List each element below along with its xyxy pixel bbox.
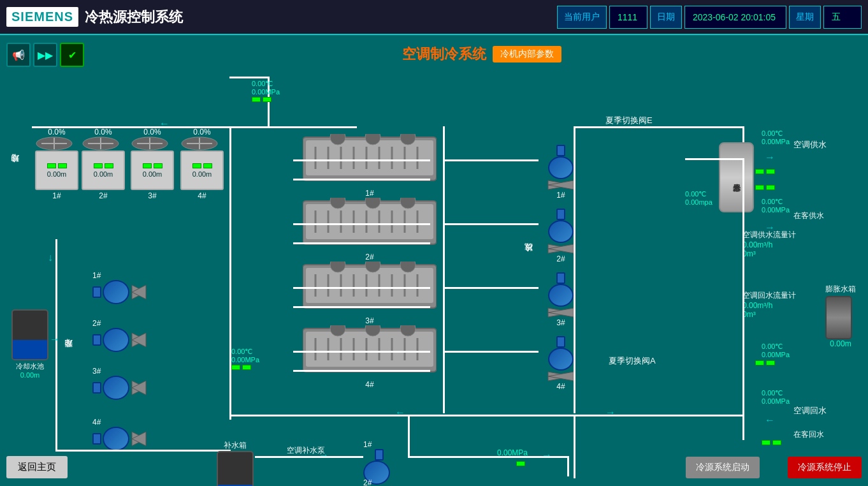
- expansion-tank-section: 膨胀水箱 0.00m: [825, 284, 856, 348]
- sep-led2: [766, 169, 775, 174]
- cooling-tower-3: 0.0% 0.00m 3#: [131, 128, 174, 200]
- right-supply-temp: 0.00℃: [762, 198, 790, 206]
- check-btn[interactable]: ✔: [60, 43, 84, 67]
- bottom-return-leds: [762, 440, 781, 445]
- chiller-2-svg: [303, 198, 437, 247]
- tower-4-id: 4#: [180, 191, 224, 200]
- pipe-chiller1-top-h: [293, 159, 430, 161]
- right-top-temp: 0.00℃: [762, 129, 790, 138]
- svg-rect-55: [306, 332, 433, 367]
- right-bottom-sensor1: 0.00℃ 0.00MPa: [762, 342, 790, 358]
- pipe-bottom-left-h: [55, 450, 231, 452]
- main-content: 📢 ▶▶ ✔ 空调制冷系统 冷机内部参数 0.0% 0.00m 1# 0.0%: [0, 35, 868, 486]
- tower-1-fan-icon: [35, 136, 73, 151]
- tower-1-body: 0.00m: [35, 151, 78, 190]
- tower-1-led1: [47, 163, 56, 168]
- pipe-right-main-v: [574, 126, 575, 413]
- return-button[interactable]: 返回主页: [6, 456, 68, 478]
- return-aux-label: 在客回水: [793, 429, 824, 440]
- cpump-1-label: 1#: [92, 271, 147, 280]
- pool-arrow-right: →: [50, 334, 60, 345]
- pump-2-valve-icon: [545, 243, 577, 254]
- tower-4-percent: 0.0%: [180, 128, 224, 136]
- cpump-3-valve: [131, 379, 147, 396]
- right-top-sensor: 0.00℃ 0.00MPa: [762, 129, 790, 145]
- pool-label: 冷却水池: [11, 362, 48, 371]
- pipe-sep-top-h: [685, 158, 742, 160]
- pipe-chiller3-top-h: [293, 287, 430, 289]
- pipe-to-pump3-h: [443, 287, 539, 289]
- tower-2-led1: [94, 163, 103, 168]
- cooling-tower-1: 0.0% 0.00m 1#: [35, 128, 78, 200]
- pipe-makeup-v1: [408, 415, 410, 456]
- pipe-summer-e-h: [574, 126, 685, 128]
- tower-4-led1: [192, 163, 201, 168]
- tower-1-led2: [58, 163, 67, 168]
- pipe-chiller1-bot-h: [293, 179, 430, 180]
- top-sensor-pressure: 0.00MPa: [252, 88, 280, 96]
- pipe-makeup-h: [255, 456, 363, 458]
- pipe-chiller2-bot-h: [293, 242, 430, 244]
- pipe-makeup-v2: [567, 456, 569, 476]
- return-flow-section: 空调回水流量计 0.00m³/h 0m³: [742, 290, 796, 319]
- br-led2: [766, 360, 775, 365]
- pump-3-valve-icon: [545, 307, 577, 318]
- tower-4-body: 0.00m: [180, 151, 224, 190]
- pipe-right-chiller-v: [443, 126, 445, 413]
- cpump-3-label: 3#: [92, 367, 147, 376]
- pipe-h-to-chiller1: [229, 126, 357, 128]
- cooling-tower-4: 0.0% 0.00m 4#: [180, 128, 224, 200]
- chiller-2-id: 2#: [365, 253, 373, 261]
- pump-3-label: 3#: [545, 318, 577, 327]
- stop-button[interactable]: 冷源系统停止: [788, 457, 862, 478]
- chiller-1-id: 1#: [365, 189, 373, 198]
- tower-4-level: 0.00m: [192, 170, 212, 178]
- current-user-label: 当前用户: [557, 6, 607, 29]
- pipe-to-pump1-h: [443, 159, 539, 161]
- mid-right-temp: 0.00℃: [685, 190, 712, 198]
- tower-2-percent: 0.0%: [82, 128, 125, 136]
- mkpump-2-label: 2#: [363, 478, 395, 486]
- pump-2-label: 2#: [545, 254, 577, 263]
- supply-led1: [755, 185, 764, 190]
- return-flow-total: 0m³: [742, 310, 796, 319]
- pipe-to-pump2-h: [443, 223, 539, 225]
- rb-sensor1-pressure: 0.00MPa: [762, 351, 790, 358]
- speaker-btn[interactable]: 📢: [6, 43, 31, 67]
- top-sensor-display: 0.00℃ 0.00MPa: [252, 80, 280, 102]
- mid-sensor-pressure: 0.00MPa: [231, 356, 259, 364]
- tower-2-level: 0.00m: [94, 170, 113, 178]
- br-led1: [755, 360, 764, 365]
- cpump-4-valve: [131, 431, 147, 447]
- mid-sensor-led2: [242, 365, 251, 370]
- bot-arrow-right2: →: [605, 407, 616, 418]
- summer-valve-a-label: 夏季切换阀A: [609, 355, 656, 367]
- svg-rect-13: [306, 140, 433, 175]
- makeup-led: [516, 461, 525, 466]
- supply-flow-label: 空调供水流量计: [742, 230, 796, 240]
- tower-3-led1: [143, 163, 152, 168]
- tower-2-fan-icon: [82, 136, 120, 151]
- tower-3-id: 3#: [131, 191, 174, 200]
- cpump-1-valve: [131, 284, 147, 300]
- start-button[interactable]: 冷源系统启动: [686, 457, 760, 478]
- svg-rect-41: [306, 268, 433, 303]
- tower-2-body: 0.00m: [82, 151, 125, 190]
- cooling-pump-3: 3#: [92, 367, 147, 400]
- summer-valve-e-label: 夏季切换阀E: [605, 115, 653, 126]
- pipe-bottom-return-h: [229, 415, 739, 416]
- tower-1-id: 1#: [35, 191, 78, 200]
- pipe-far-right-v: [742, 158, 744, 439]
- date-value: 2023-06-02 20:01:05: [684, 6, 786, 29]
- chiller-params-btn[interactable]: 冷机内部参数: [493, 46, 561, 63]
- play-btn[interactable]: ▶▶: [33, 43, 57, 67]
- pipe-to-pump4-h: [443, 351, 539, 353]
- system-title: 冷热源控制系统: [85, 8, 551, 27]
- cpump-2-valve: [131, 332, 147, 348]
- rb-sensor2-pressure: 0.00MPa: [762, 397, 790, 405]
- mid-sensor-led1: [231, 365, 240, 370]
- pipe-makeup-h2: [408, 456, 567, 458]
- pipe-bottom-right-v: [574, 415, 575, 478]
- tower-3-led2: [154, 163, 163, 168]
- pipe-chiller2-top-h: [293, 223, 430, 225]
